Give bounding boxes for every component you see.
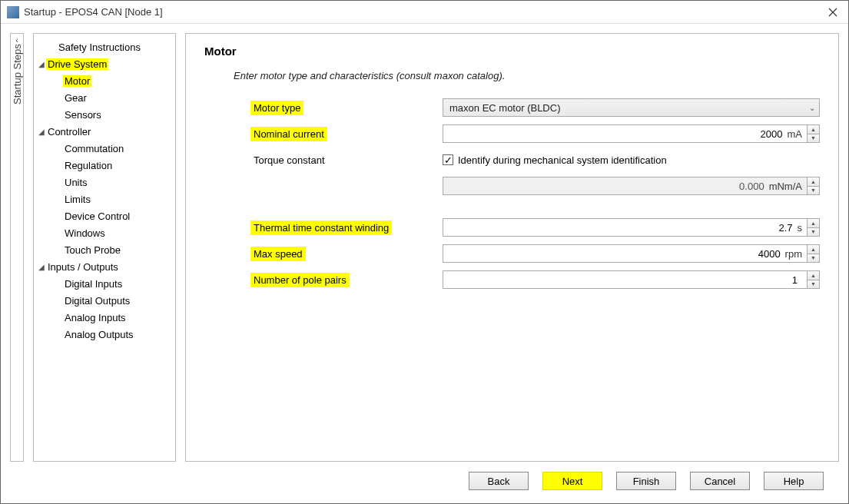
page-title: Motor [204,45,820,58]
tree-item-sensors[interactable]: Sensors [37,107,172,122]
nominal-current-unit: mA [788,125,808,142]
chevron-down-icon: ⌄ [805,104,819,112]
tree-panel: Safety Instructions ◢Drive System Motor … [33,33,176,462]
max-speed-unit: rpm [785,245,807,262]
motor-form: Motor type maxon EC motor (BLDC) ⌄ Nomin… [250,98,820,289]
tree-item-units[interactable]: Units [37,174,172,190]
window-title: Startup - EPOS4 CAN [Node 1] [24,6,817,18]
page-subtitle: Enter motor type and characteristics (co… [234,70,820,81]
tree-item-motor[interactable]: Motor [37,73,172,88]
motor-type-value: maxon EC motor (BLDC) [443,102,805,114]
wizard-footer: Back Next Finish Cancel Help [10,462,839,494]
startup-window: Startup - EPOS4 CAN [Node 1] Startup Ste… [0,0,849,504]
spin-up-icon[interactable]: ▲ [808,271,819,280]
finish-button[interactable]: Finish [616,472,676,490]
nav-tree: Safety Instructions ◢Drive System Motor … [37,38,172,343]
chevron-left-icon: ‹ [15,35,18,45]
tree-item-io[interactable]: ◢Inputs / Outputs [37,259,172,274]
tree-item-commutation[interactable]: Commutation [37,141,172,156]
motor-type-select[interactable]: maxon EC motor (BLDC) ⌄ [443,98,820,117]
nominal-current-input[interactable]: mA ▲▼ [443,124,820,143]
spin-up-icon[interactable]: ▲ [808,219,819,228]
collapse-icon[interactable]: ◢ [37,263,46,271]
collapse-icon[interactable]: ◢ [37,60,46,68]
torque-constant-field [443,177,769,194]
tree-item-digital-inputs[interactable]: Digital Inputs [37,276,172,291]
identify-checkbox-label: Identify during mechanical system identi… [458,154,667,166]
client-area: Startup Steps ‹ Safety Instructions ◢Dri… [1,24,848,503]
pole-pairs-field[interactable] [443,271,802,288]
close-button[interactable] [817,1,848,24]
check-icon: ✓ [444,154,453,166]
tree-item-digital-outputs[interactable]: Digital Outputs [37,293,172,308]
label-nominal-current: Nominal current [250,127,327,141]
thermal-unit: s [798,219,808,236]
thermal-field[interactable] [443,219,798,236]
max-speed-input[interactable]: rpm ▲▼ [443,244,820,263]
side-tab-label: Startup Steps [12,45,23,105]
tree-item-windows[interactable]: Windows [37,225,172,240]
side-tab-startup-steps[interactable]: Startup Steps ‹ [10,33,24,462]
spin-down-icon[interactable]: ▼ [808,134,819,143]
tree-item-gear[interactable]: Gear [37,90,172,105]
label-thermal: Thermal time constant winding [250,220,392,235]
titlebar: Startup - EPOS4 CAN [Node 1] [1,1,848,24]
tree-item-device-control[interactable]: Device Control [37,208,172,224]
label-pole-pairs: Number of pole pairs [250,273,350,287]
app-icon [7,6,19,18]
spin-down-icon[interactable]: ▼ [808,228,819,237]
close-icon [828,8,837,17]
tree-item-limits[interactable]: Limits [37,191,172,207]
thermal-input[interactable]: s ▲▼ [443,218,820,237]
identify-checkbox-row[interactable]: ✓ Identify during mechanical system iden… [443,151,820,169]
help-button[interactable]: Help [764,472,824,490]
next-button[interactable]: Next [542,472,602,490]
main-panel: Motor Enter motor type and characteristi… [185,33,839,462]
pole-pairs-input[interactable]: ▲▼ [443,270,820,289]
collapse-icon[interactable]: ◢ [37,128,46,136]
identify-checkbox[interactable]: ✓ [443,154,453,165]
label-torque-constant: Torque constant [250,153,328,167]
spin-down-icon[interactable]: ▼ [808,254,819,263]
tree-item-analog-outputs[interactable]: Analog Outputs [37,327,172,342]
back-button[interactable]: Back [469,472,529,490]
cancel-button[interactable]: Cancel [690,472,750,490]
nominal-current-field[interactable] [443,125,788,142]
tree-item-regulation[interactable]: Regulation [37,158,172,173]
spin-up-icon[interactable]: ▲ [808,245,819,254]
max-speed-field[interactable] [443,245,785,262]
tree-item-drive-system[interactable]: ◢Drive System [37,56,172,71]
label-motor-type: Motor type [250,101,303,115]
panels: Startup Steps ‹ Safety Instructions ◢Dri… [10,33,839,462]
spin-down-icon[interactable]: ▼ [808,280,819,289]
spin-down-icon: ▼ [808,187,819,195]
torque-constant-unit: mNm/A [769,177,807,194]
spin-up-icon: ▲ [808,177,819,187]
tree-item-touch-probe[interactable]: Touch Probe [37,242,172,257]
label-max-speed: Max speed [250,247,306,261]
spin-up-icon[interactable]: ▲ [808,125,819,134]
tree-item-safety[interactable]: Safety Instructions [37,39,172,55]
torque-constant-input: mNm/A ▲▼ [443,177,820,195]
tree-item-analog-inputs[interactable]: Analog Inputs [37,310,172,325]
tree-item-controller[interactable]: ◢Controller [37,124,172,139]
